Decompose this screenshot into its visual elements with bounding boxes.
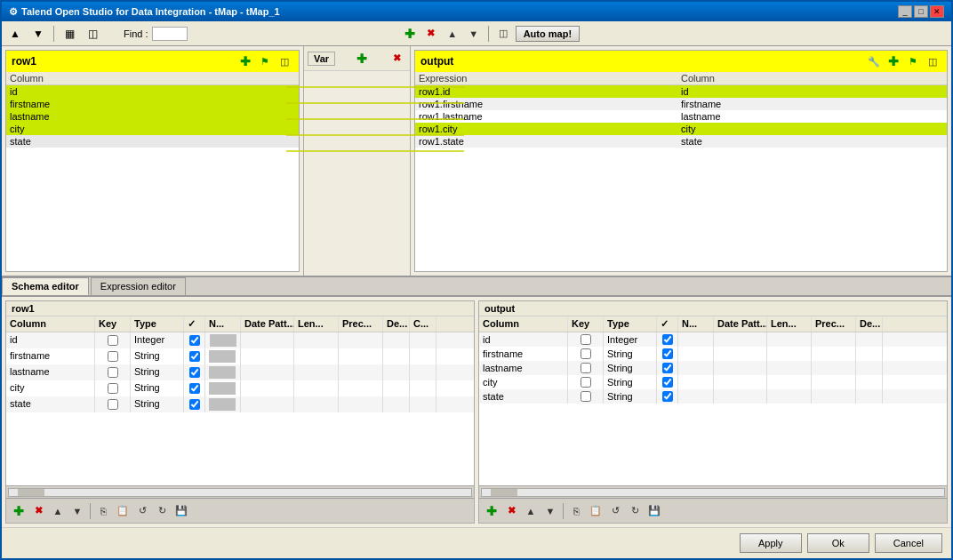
key-checkbox[interactable]	[108, 351, 118, 362]
toolbar-separator-2	[488, 26, 489, 42]
input-expand-button[interactable]: ◫	[276, 52, 293, 70]
schema-right-remove-button[interactable]: ✖	[502, 502, 520, 520]
check-checkbox[interactable]	[189, 351, 200, 362]
key-checkbox[interactable]	[581, 334, 591, 345]
row-key[interactable]	[568, 389, 604, 404]
cancel-button[interactable]: Cancel	[875, 533, 942, 553]
schema-refresh2-button[interactable]: ↻	[153, 502, 171, 520]
row-column: id	[479, 332, 568, 347]
row-check[interactable]	[657, 389, 678, 404]
row-key[interactable]	[568, 375, 604, 389]
row-check[interactable]	[184, 396, 205, 412]
check-checkbox[interactable]	[662, 363, 673, 373]
schema-right-scrollbar[interactable]	[479, 485, 947, 498]
key-checkbox[interactable]	[108, 367, 118, 378]
tab-expression-editor[interactable]: Expression editor	[91, 277, 186, 295]
row-check[interactable]	[657, 375, 678, 389]
schema-down-button[interactable]: ▼	[68, 502, 86, 520]
schema-save-button[interactable]: 💾	[172, 502, 190, 520]
row-key[interactable]	[95, 396, 131, 412]
check-checkbox[interactable]	[189, 335, 200, 346]
key-checkbox[interactable]	[108, 399, 118, 410]
input-filter-button[interactable]: ⚑	[256, 52, 274, 70]
schema-up-button[interactable]: ▲	[49, 502, 67, 520]
row-check[interactable]	[184, 380, 205, 396]
row-de	[383, 332, 410, 348]
title-bar-text: ⚙ Talend Open Studio for Data Integratio…	[9, 6, 280, 18]
maximize-button[interactable]: □	[914, 5, 928, 18]
schema-remove-row-button[interactable]: ✖	[29, 502, 47, 520]
row-check[interactable]	[184, 348, 205, 364]
schema-left-scrollbar[interactable]	[6, 485, 474, 498]
row-check[interactable]	[184, 364, 205, 380]
input-add-button[interactable]: ✚	[236, 52, 254, 70]
schema-right-add-button[interactable]: ✚	[483, 502, 501, 520]
key-checkbox[interactable]	[581, 348, 591, 359]
add-output-button[interactable]: ✚	[401, 25, 419, 43]
schema-refresh-button[interactable]: ↺	[133, 502, 151, 520]
schema-right-paste-button[interactable]: 📋	[587, 502, 605, 520]
auto-map-button[interactable]: Auto map!	[516, 26, 580, 42]
find-input[interactable]	[152, 27, 188, 41]
check-checkbox[interactable]	[662, 391, 673, 402]
var-add-button[interactable]: ✚	[353, 50, 371, 68]
key-checkbox[interactable]	[581, 377, 591, 388]
row-prec	[339, 332, 383, 348]
output-expand-button[interactable]: ◫	[494, 25, 512, 43]
check-checkbox[interactable]	[189, 383, 200, 394]
var-label-button[interactable]: Var	[308, 52, 335, 66]
close-button[interactable]: ✕	[930, 5, 944, 18]
var-remove-button[interactable]: ✖	[388, 50, 406, 68]
row-datepattern	[714, 375, 767, 389]
row-check[interactable]	[657, 332, 678, 347]
row-check[interactable]	[657, 361, 678, 375]
schema-copy-button[interactable]: ⎘	[94, 502, 112, 520]
row-key[interactable]	[95, 364, 131, 380]
row-key[interactable]	[95, 380, 131, 396]
table-button[interactable]: ▦	[60, 25, 79, 43]
apply-button[interactable]: Apply	[740, 533, 802, 553]
table-row: row1.id id	[415, 85, 947, 98]
tab-schema-editor[interactable]: Schema editor	[2, 277, 89, 295]
up-button[interactable]: ▲	[5, 25, 25, 43]
row-prec	[812, 347, 856, 361]
output-expand-button[interactable]: ◫	[924, 52, 941, 70]
schema-paste-button[interactable]: 📋	[114, 502, 132, 520]
tabs-bar: Schema editor Expression editor	[2, 277, 951, 297]
remove-output-button[interactable]: ✖	[422, 25, 440, 43]
col-header-datepattern: Date Patt...	[241, 316, 294, 332]
check-checkbox[interactable]	[662, 377, 673, 388]
output-down-button[interactable]: ▼	[465, 25, 483, 43]
schema-right-copy-button[interactable]: ⎘	[567, 502, 585, 520]
output-up-button[interactable]: ▲	[444, 25, 461, 43]
output-add-button[interactable]: ✚	[885, 52, 902, 70]
row-key[interactable]	[568, 332, 604, 347]
key-checkbox[interactable]	[108, 335, 118, 346]
row-key[interactable]	[568, 347, 604, 361]
check-checkbox[interactable]	[662, 348, 673, 359]
check-checkbox[interactable]	[662, 334, 673, 345]
schema-right-toolbar: ✚ ✖ ▲ ▼ ⎘ 📋 ↺ ↻ 💾	[479, 498, 947, 523]
schema-right-refresh-button[interactable]: ↺	[606, 502, 624, 520]
output-filter-button[interactable]: ⚑	[904, 52, 922, 70]
schema-right-refresh2-button[interactable]: ↻	[626, 502, 644, 520]
row-key[interactable]	[568, 361, 604, 375]
schema-right-save-button[interactable]: 💾	[645, 502, 663, 520]
output-wrench-button[interactable]: 🔧	[865, 52, 883, 70]
key-checkbox[interactable]	[108, 383, 118, 394]
expand-button[interactable]: ◫	[83, 25, 102, 43]
row-check[interactable]	[657, 347, 678, 361]
check-checkbox[interactable]	[189, 399, 200, 410]
schema-right-down-button[interactable]: ▼	[541, 502, 559, 520]
down-button[interactable]: ▼	[28, 25, 48, 43]
minimize-button[interactable]: _	[898, 5, 912, 18]
schema-add-row-button[interactable]: ✚	[10, 502, 28, 520]
key-checkbox[interactable]	[581, 363, 591, 373]
check-checkbox[interactable]	[189, 367, 200, 378]
schema-right-up-button[interactable]: ▲	[522, 502, 540, 520]
key-checkbox[interactable]	[581, 391, 591, 402]
row-check[interactable]	[184, 332, 205, 348]
row-key[interactable]	[95, 332, 131, 348]
ok-button[interactable]: Ok	[807, 533, 869, 553]
row-key[interactable]	[95, 348, 131, 364]
